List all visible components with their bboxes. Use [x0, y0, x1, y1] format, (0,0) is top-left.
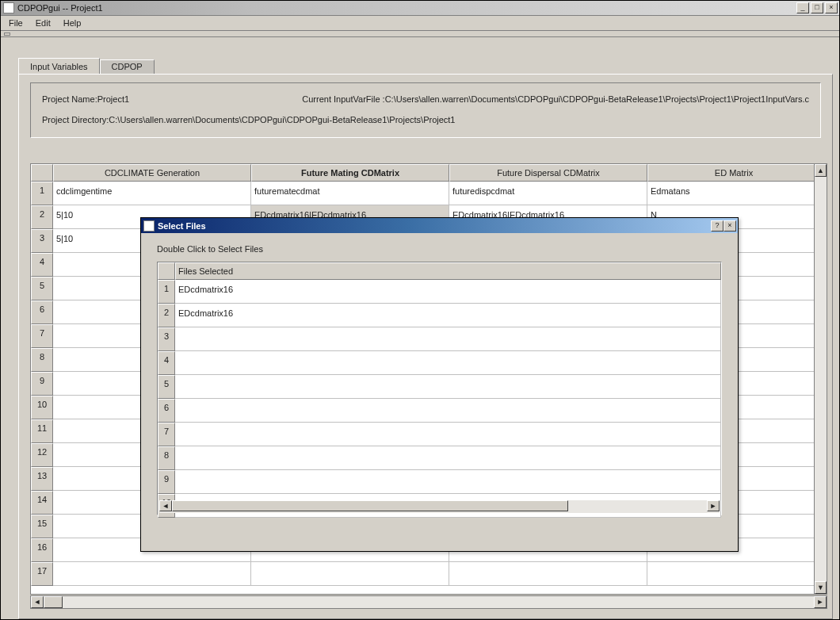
- files-cell[interactable]: [175, 327, 721, 351]
- col-header-ed-matrix[interactable]: ED Matrix: [647, 164, 820, 182]
- files-cell[interactable]: [175, 351, 721, 375]
- minimize-button[interactable]: _: [796, 2, 809, 13]
- row-header[interactable]: 9: [31, 372, 53, 396]
- titlebar: CDPOPgui -- Project1 _ □ ×: [1, 1, 839, 16]
- row-header[interactable]: 5: [31, 277, 53, 300]
- files-row-header[interactable]: 7: [158, 423, 175, 446]
- inputvar-value: C:\Users\allen.warren\Documents\CDPOPgui…: [385, 94, 809, 104]
- row-header[interactable]: 12: [31, 443, 53, 467]
- row-header[interactable]: 4: [31, 253, 53, 277]
- row-header[interactable]: 8: [31, 348, 53, 372]
- col-header-future-dispersal[interactable]: Future Dispersal CDMatrix: [449, 164, 647, 182]
- files-row-header[interactable]: 8: [158, 446, 175, 470]
- projdir-label: Project Directory:: [42, 115, 109, 124]
- dialog-scroll-left-icon[interactable]: ◄: [159, 500, 172, 511]
- grid-cell[interactable]: [449, 562, 647, 586]
- files-grid-corner: [158, 262, 175, 280]
- dialog-help-button[interactable]: ?: [711, 220, 724, 232]
- row-header[interactable]: 17: [31, 562, 53, 586]
- horizontal-scrollbar[interactable]: ◄ ►: [30, 595, 827, 609]
- app-icon: [3, 2, 14, 13]
- dialog-body: Double Click to Select Files Files Selec…: [141, 233, 738, 520]
- scroll-right-icon[interactable]: ►: [814, 596, 827, 608]
- vscroll-track[interactable]: [815, 177, 827, 581]
- menu-help[interactable]: Help: [59, 17, 86, 29]
- dialog-icon: [143, 220, 155, 232]
- files-row-header[interactable]: 5: [158, 375, 175, 399]
- dialog-hscroll[interactable]: ◄ ►: [159, 500, 720, 513]
- files-row-header[interactable]: 2: [158, 304, 175, 327]
- files-cell[interactable]: [175, 375, 721, 399]
- files-grid[interactable]: Files Selected1EDcdmatrix162EDcdmatrix16…: [157, 262, 722, 515]
- grid-cell[interactable]: [251, 562, 449, 586]
- scroll-up-icon[interactable]: ▲: [815, 164, 827, 177]
- row-header[interactable]: 15: [31, 515, 53, 538]
- row-header[interactable]: 2: [31, 205, 53, 229]
- grid-cell[interactable]: Edmatans: [647, 182, 820, 205]
- row-header[interactable]: 16: [31, 538, 53, 562]
- row-header[interactable]: 6: [31, 300, 53, 324]
- dialog-close-button[interactable]: ×: [724, 220, 736, 232]
- row-header[interactable]: 3: [31, 229, 53, 253]
- close-button[interactable]: ×: [825, 2, 838, 13]
- tab-input-variables[interactable]: Input Variables: [18, 58, 100, 74]
- files-cell[interactable]: [175, 446, 721, 470]
- grid-cell[interactable]: futuredispcdmat: [449, 182, 647, 205]
- dialog-scroll-right-icon[interactable]: ►: [707, 500, 720, 511]
- files-cell[interactable]: [175, 399, 721, 423]
- toolbar-grip: [1, 31, 839, 37]
- files-row-header[interactable]: 9: [158, 470, 175, 494]
- scroll-left-icon[interactable]: ◄: [31, 596, 44, 608]
- menu-edit[interactable]: Edit: [31, 17, 55, 29]
- row-header[interactable]: 11: [31, 419, 53, 443]
- files-col-header[interactable]: Files Selected: [175, 262, 721, 280]
- inputvar-label: Current InputVarFile :: [302, 94, 384, 104]
- row-header[interactable]: 7: [31, 324, 53, 348]
- hscroll-track[interactable]: [63, 596, 814, 608]
- grid-cell[interactable]: [647, 562, 820, 586]
- scroll-down-icon[interactable]: ▼: [815, 581, 827, 594]
- col-header-cdclimate[interactable]: CDCLIMATE Generation: [53, 164, 251, 182]
- row-header[interactable]: 13: [31, 467, 53, 491]
- menubar: File Edit Help: [1, 16, 839, 31]
- row-header[interactable]: 1: [31, 182, 53, 205]
- dialog-instruction: Double Click to Select Files: [157, 244, 722, 254]
- menu-file[interactable]: File: [4, 17, 28, 29]
- grid-cell[interactable]: cdclimgentime: [53, 182, 251, 205]
- vertical-scrollbar[interactable]: ▲ ▼: [814, 163, 827, 595]
- row-header[interactable]: 14: [31, 491, 53, 515]
- dialog-titlebar: Select Files ? ×: [141, 218, 738, 233]
- tabstrip: Input Variables CDPOP: [18, 58, 155, 74]
- files-cell[interactable]: [175, 470, 721, 494]
- maximize-button[interactable]: □: [811, 2, 823, 13]
- window-title: CDPOPgui -- Project1: [17, 3, 796, 13]
- tab-cdpop[interactable]: CDPOP: [100, 59, 155, 75]
- project-name-label: Project Name:: [42, 94, 97, 104]
- files-cell[interactable]: [175, 423, 721, 446]
- col-header-future-mating[interactable]: Future Mating CDMatrix: [251, 164, 449, 182]
- files-row-header[interactable]: 6: [158, 399, 175, 423]
- project-name-value: Project1: [97, 94, 129, 104]
- row-header[interactable]: 10: [31, 396, 53, 419]
- main-window: CDPOPgui -- Project1 _ □ × File Edit Hel…: [0, 0, 840, 620]
- grid-cell[interactable]: [53, 562, 251, 586]
- grid-corner: [31, 164, 53, 182]
- dialog-hscroll-track[interactable]: [568, 500, 707, 513]
- projdir-value: C:\Users\allen.warren\Documents\CDPOPgui…: [109, 115, 455, 124]
- files-row-header[interactable]: 1: [158, 280, 175, 304]
- files-cell[interactable]: EDcdmatrix16: [175, 280, 721, 304]
- dialog-title: Select Files: [158, 221, 711, 231]
- project-info-panel: Project Name: Project1 Current InputVarF…: [30, 82, 821, 138]
- hscroll-thumb[interactable]: [44, 596, 63, 608]
- grid-cell[interactable]: futurematecdmat: [251, 182, 449, 205]
- dialog-hscroll-thumb[interactable]: [172, 500, 568, 511]
- files-cell[interactable]: EDcdmatrix16: [175, 304, 721, 327]
- select-files-dialog: Select Files ? × Double Click to Select …: [140, 217, 739, 552]
- files-row-header[interactable]: 4: [158, 351, 175, 375]
- files-row-header[interactable]: 3: [158, 327, 175, 351]
